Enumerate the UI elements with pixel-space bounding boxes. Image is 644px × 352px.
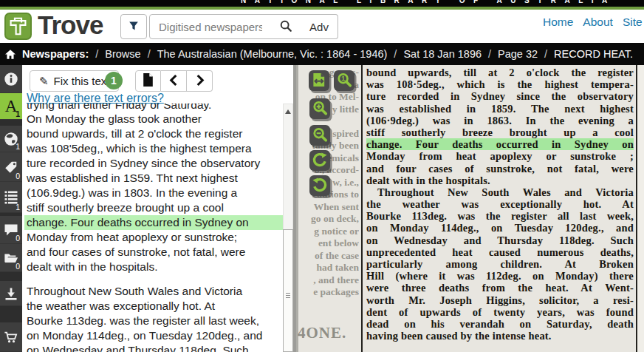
- scan-column-fragment: go on deck,: [296, 213, 359, 226]
- home-icon[interactable]: [5, 50, 16, 59]
- breadcrumb-item[interactable]: Browse: [105, 48, 140, 60]
- scan-text-line: dead on his verandah on Saturday, death: [366, 318, 634, 330]
- ocr-text-line: trying than either Friday or Saturday.: [24, 104, 283, 112]
- paragraph-gap: [24, 274, 283, 284]
- search-icon: [279, 19, 292, 35]
- previous-article-button[interactable]: [161, 70, 187, 92]
- zoom-in-icon: [312, 100, 328, 118]
- sidebar-item-web-links[interactable]: 1: [0, 126, 22, 152]
- sidebar-item-tags[interactable]: 0: [0, 152, 22, 182]
- scrollbar-up-arrow[interactable]: [285, 109, 291, 114]
- rotate-right-button[interactable]: [309, 150, 330, 171]
- header-link-home[interactable]: Home: [543, 16, 573, 29]
- breadcrumb-separator: /: [488, 48, 491, 60]
- sidebar-item-lists[interactable]: 1: [0, 182, 22, 213]
- article-nav-group: [135, 70, 213, 92]
- breadcrumb-item[interactable]: The Australasian (Melbourne, Vic. : 1864…: [157, 48, 388, 60]
- text-correction-panel: ✎ Fix this text 1 Why are there text err…: [22, 65, 293, 352]
- search-input[interactable]: [149, 14, 272, 39]
- scan-column-fragment: , and there: [296, 274, 359, 287]
- scan-article-column: bound upwards, till at 2 o'clock the reg…: [366, 67, 634, 342]
- scan-column-fragment: had taken: [296, 262, 359, 274]
- scan-margin: [637, 65, 644, 352]
- text-scrollbar-thumb[interactable]: [283, 229, 293, 352]
- header-links: HomeAboutSite news: [543, 16, 644, 29]
- scan-text-line: Hill (where it was 112deg. on Monday) th…: [366, 270, 634, 282]
- nla-banner-text: NATIONAL LIBRARY OF AUSTRALIA: [241, 0, 616, 4]
- ocr-text-line: On Monday the glass took another: [24, 112, 283, 126]
- ocr-text-line: Bourke 113deg. was the register all last…: [24, 314, 283, 328]
- zoom-in-button[interactable]: [309, 98, 330, 119]
- download-icon: [4, 286, 18, 301]
- chevron-right-icon: [195, 74, 205, 89]
- scan-text-line: was established in 1859. The next highes…: [366, 103, 634, 115]
- ocr-text-line: stiff southerly breeze brought up a cool: [24, 200, 283, 215]
- zoom-out-button[interactable]: [309, 125, 330, 146]
- search-button[interactable]: [271, 14, 301, 39]
- breadcrumb-root[interactable]: Newspapers:: [22, 48, 89, 60]
- item-count-badge: 1: [16, 109, 20, 118]
- ocr-text-line-highlighted: change. Four deaths occurred in Sydney o…: [24, 215, 283, 230]
- scan-text-line: Monday from heat apoplexy or sunstroke ;: [366, 150, 634, 162]
- scan-text-line: stiff southerly breeze brought up a cool: [366, 126, 634, 138]
- scan-text-line: Throughout New South Wales and Victoria: [366, 186, 634, 198]
- scan-headline-fragment: 4ONE.: [298, 324, 346, 342]
- scan-text-line: unprecedented heat caused numerous death…: [366, 246, 634, 258]
- ocr-text-line: Monday from heat apoplexy or sunstroke;: [24, 230, 283, 245]
- rotate-left-button[interactable]: [309, 175, 330, 196]
- scan-text-line: the weather was exceptionally hot. At: [366, 198, 634, 210]
- sidebar-rail: A110100: [0, 65, 22, 352]
- scan-text-line: having been caused by the intense heat.: [366, 330, 634, 342]
- breadcrumb-separator: /: [544, 48, 547, 60]
- sidebar-item-comments[interactable]: 0: [0, 216, 22, 244]
- zoom-out-icon: [312, 126, 328, 145]
- pencil-icon: ✎: [39, 75, 49, 88]
- header-link-about[interactable]: About: [583, 16, 613, 29]
- fit-to-width-button[interactable]: [309, 70, 329, 91]
- sidebar-item-information[interactable]: [0, 65, 22, 93]
- sidebar-item-order-copy[interactable]: [0, 322, 22, 352]
- item-count-badge: 1: [16, 142, 20, 151]
- sidebar-item-collections[interactable]: 0: [0, 244, 22, 272]
- breadcrumb-item[interactable]: RECORD HEAT.: [554, 48, 633, 60]
- scan-column-fragment: ent below: [296, 237, 359, 250]
- scan-text-line: on Wednesday and Thursday 118deg. Such: [366, 234, 634, 246]
- breadcrumb: Newspapers: /Browse/The Australasian (Me…: [0, 43, 644, 65]
- breadcrumb-item[interactable]: Sat 18 Jan 1896: [403, 48, 482, 60]
- breadcrumb-separator: /: [394, 48, 397, 60]
- info-icon: [4, 72, 18, 87]
- scan-text-line: bound upwards, till at 2 o'clock the reg…: [366, 67, 634, 78]
- site-header: Trove Adv HomeAboutSite news: [0, 10, 644, 44]
- zoom-original-button[interactable]: 1: [334, 70, 354, 91]
- scan-text-line: were three deaths from the heat. At Went…: [366, 282, 634, 294]
- rail-divider: [0, 272, 22, 281]
- scan-text-line: worth Mr. Joseph Higgins, solicitor, a r…: [366, 294, 634, 306]
- sidebar-item-download[interactable]: [0, 281, 22, 306]
- scan-column-fragment: g notice or: [296, 226, 359, 238]
- scan-text-line-highlighted: change. Four deaths occurred in Sydney o…: [366, 138, 634, 150]
- scan-text-line: ture recorded in Sydney since the observ…: [366, 90, 634, 102]
- breadcrumb-item[interactable]: Page 32: [498, 48, 538, 60]
- advanced-search-button[interactable]: Adv: [301, 14, 338, 39]
- next-article-button[interactable]: [187, 70, 213, 92]
- ocr-text-line: dealt with in the hospitals.: [24, 260, 283, 274]
- ocr-text-line: was 108'5deg,, which is the highest temp…: [24, 141, 283, 156]
- scan-text-line: dent of upwards of twenty years, was fou…: [366, 306, 634, 318]
- article-view-button[interactable]: [135, 70, 161, 92]
- svg-text:1: 1: [341, 75, 345, 82]
- ocr-text-line: (106.9deg.) was in 1803. In the evening …: [24, 186, 283, 200]
- newspaper-image-viewer[interactable]: erage pas-e a oaon to Mel-y littlespired…: [296, 65, 644, 352]
- ocr-text-line: ture recorded in Sydney since the observ…: [24, 156, 283, 171]
- search-filter-button[interactable]: [120, 14, 147, 39]
- sidebar-item-text-corrections[interactable]: A1: [0, 93, 22, 120]
- scan-text-line: Bourke 113deg. was the register all last…: [366, 210, 634, 222]
- column-rule: [361, 65, 363, 352]
- header-link-site-news[interactable]: Site news: [623, 16, 644, 29]
- rotate-counterclockwise-icon: [312, 177, 328, 195]
- scan-column-fragment: of the case: [296, 250, 359, 263]
- fit-to-width-icon: [311, 72, 327, 90]
- filter-icon: [127, 19, 140, 35]
- ocr-text-line: Throughout New South Wales and Victoria: [24, 284, 283, 299]
- trove-logo-text[interactable]: Trove: [38, 10, 103, 40]
- trove-logo-icon[interactable]: [4, 13, 32, 40]
